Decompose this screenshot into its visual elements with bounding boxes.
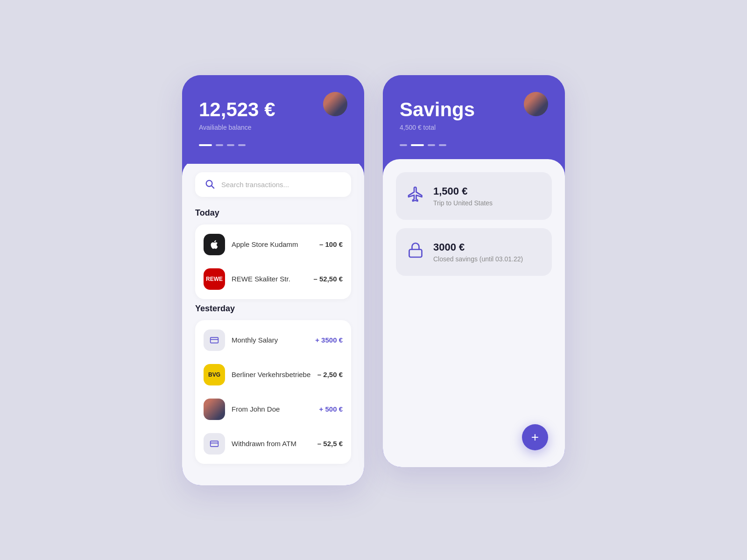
tx-rewe[interactable]: REWE REWE Skaliter Str. – 52,50 € [195,262,351,296]
search-placeholder: Search transactions... [221,181,289,189]
avatar-image [323,92,347,116]
svg-line-1 [211,186,214,188]
dot-4[interactable] [238,144,246,146]
page-dots [199,144,347,146]
section-today: Today [195,208,351,218]
savings-body: 1,500 € Trip to United States 3000 € Clo… [383,159,565,467]
savings-avatar-image [524,92,548,116]
avatar [323,92,347,116]
tx-bvg-name: Berliner Verkehrsbetriebe [232,371,311,378]
lock-icon [407,242,424,262]
plane-icon [407,186,424,206]
savings-page-dots [400,144,548,146]
today-transactions: Apple Store Kudamm – 100 € REWE REWE Ska… [195,224,351,299]
savings-phone: Savings 4,500 € total 1,5 [383,75,565,467]
yesterday-transactions: Monthly Salary + 3500 € BVG Berliner Ver… [195,320,351,464]
transactions-header: 12,523 € Availiable balance [182,75,364,164]
transactions-body: Search transactions... Today Apple Store… [182,159,364,485]
savings-trip-desc: Trip to United States [433,199,493,207]
tx-rewe-name: REWE Skaliter Str. [232,275,307,283]
savings-trip-amount: 1,500 € [433,185,493,197]
svg-rect-2 [211,337,218,343]
tx-johndoe-name: From John Doe [232,405,313,413]
johndoe-avatar [204,399,225,420]
atm-icon [204,433,225,455]
tx-apple-amount: – 100 € [319,240,343,248]
search-bar[interactable]: Search transactions... [195,172,351,197]
dot-3[interactable] [227,144,234,146]
savings-closed-desc: Closed savings (until 03.01.22) [433,255,523,263]
savings-dot-2[interactable] [411,144,424,146]
savings-header: Savings 4,500 € total [383,75,565,164]
dot-1[interactable] [199,144,212,146]
salary-icon [204,329,225,351]
savings-dot-4[interactable] [439,144,446,146]
tx-salary-name: Monthly Salary [232,336,309,344]
tx-salary[interactable]: Monthly Salary + 3500 € [195,323,351,357]
tx-apple[interactable]: Apple Store Kudamm – 100 € [195,227,351,262]
tx-bvg[interactable]: BVG Berliner Verkehrsbetriebe – 2,50 € [195,357,351,392]
savings-trip-info: 1,500 € Trip to United States [433,185,493,207]
tx-rewe-amount: – 52,50 € [313,275,343,283]
savings-closed-card[interactable]: 3000 € Closed savings (until 03.01.22) [396,228,552,276]
tx-atm[interactable]: Withdrawn from ATM – 52,5 € [195,427,351,461]
svg-rect-6 [409,250,422,258]
johndoe-icon [204,399,225,420]
tx-johndoe[interactable]: From John Doe + 500 € [195,392,351,427]
section-yesterday: Yesterday [195,304,351,314]
savings-trip-card[interactable]: 1,500 € Trip to United States [396,172,552,220]
screen-container: 12,523 € Availiable balance Se [182,75,565,485]
tx-atm-amount: – 52,5 € [317,440,343,448]
svg-rect-4 [211,441,218,447]
transactions-phone: 12,523 € Availiable balance Se [182,75,364,485]
apple-icon [204,234,225,255]
dot-2[interactable] [216,144,223,146]
savings-dot-1[interactable] [400,144,407,146]
tx-atm-name: Withdrawn from ATM [232,440,311,448]
balance-label: Availiable balance [199,124,347,131]
savings-closed-info: 3000 € Closed savings (until 03.01.22) [433,241,523,263]
savings-avatar [524,92,548,116]
bvg-icon: BVG [204,364,225,385]
add-savings-button[interactable]: + [522,424,548,450]
tx-salary-amount: + 3500 € [315,336,343,344]
savings-closed-amount: 3000 € [433,241,523,253]
rewe-icon: REWE [204,268,225,290]
savings-subtitle: 4,500 € total [400,124,548,131]
search-icon [204,179,215,190]
tx-bvg-amount: – 2,50 € [317,371,343,378]
tx-apple-name: Apple Store Kudamm [232,240,313,248]
savings-dot-3[interactable] [428,144,435,146]
tx-johndoe-amount: + 500 € [319,405,343,413]
